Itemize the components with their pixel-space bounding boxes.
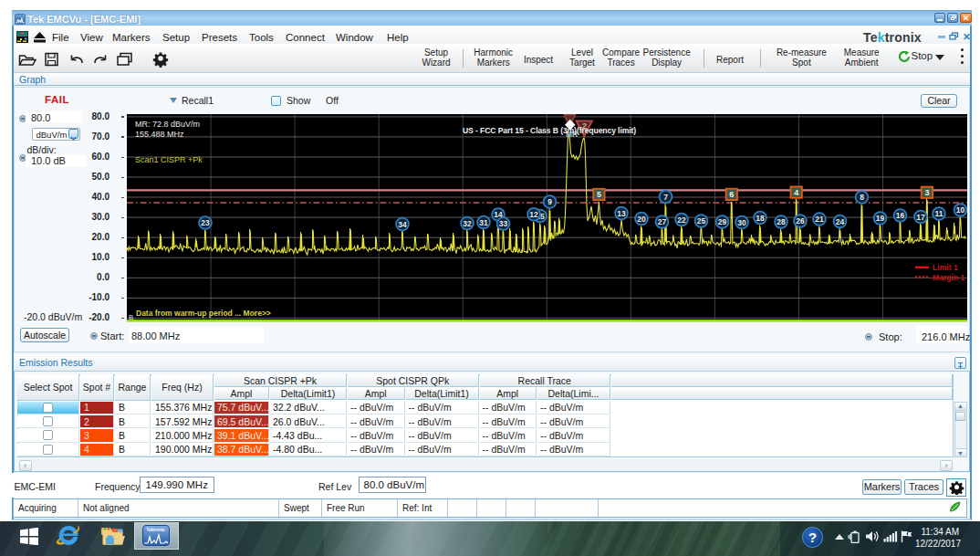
svg-text:6: 6 bbox=[729, 190, 734, 199]
svg-text:23: 23 bbox=[201, 218, 210, 227]
svg-text:11: 11 bbox=[935, 209, 944, 218]
svg-text:10: 10 bbox=[956, 205, 965, 215]
svg-text:22: 22 bbox=[677, 215, 686, 225]
svg-text:8: 8 bbox=[860, 193, 864, 202]
svg-text:Data from warm-up period ... M: Data from warm-up period ... More>> bbox=[136, 309, 271, 318]
svg-text:24: 24 bbox=[836, 217, 845, 226]
svg-text:30: 30 bbox=[737, 218, 746, 227]
svg-text:19: 19 bbox=[876, 214, 885, 223]
svg-text:17: 17 bbox=[916, 213, 925, 222]
svg-text:Margin 1: Margin 1 bbox=[933, 273, 965, 282]
svg-text:32: 32 bbox=[463, 219, 472, 228]
svg-text:27: 27 bbox=[658, 217, 667, 226]
svg-text:21: 21 bbox=[815, 215, 824, 224]
svg-text:5: 5 bbox=[597, 190, 601, 199]
svg-text:13: 13 bbox=[617, 209, 626, 218]
svg-text:Limit 1: Limit 1 bbox=[933, 263, 958, 272]
svg-text:18: 18 bbox=[756, 214, 765, 223]
svg-text:33: 33 bbox=[499, 219, 508, 228]
svg-text:Scan1 CISPR +Pk: Scan1 CISPR +Pk bbox=[135, 155, 203, 164]
svg-text:16: 16 bbox=[896, 211, 905, 220]
svg-text:28: 28 bbox=[777, 217, 786, 226]
svg-text:25: 25 bbox=[697, 216, 706, 226]
svg-text:31: 31 bbox=[479, 218, 488, 227]
svg-text:US - FCC Part 15 - Class B (3m: US - FCC Part 15 - Class B (3m)(frequenc… bbox=[463, 126, 636, 135]
svg-text:20: 20 bbox=[637, 215, 646, 224]
svg-text:29: 29 bbox=[718, 217, 727, 226]
svg-text:3: 3 bbox=[924, 188, 929, 197]
svg-text:155.488 MHz: 155.488 MHz bbox=[135, 130, 184, 139]
svg-text:4: 4 bbox=[794, 188, 798, 197]
svg-text:12: 12 bbox=[529, 210, 538, 219]
svg-text:B: B bbox=[129, 313, 133, 321]
svg-text:MR: 72.8 dBuV/m: MR: 72.8 dBuV/m bbox=[135, 120, 200, 129]
svg-text:7: 7 bbox=[663, 193, 668, 202]
svg-text:9: 9 bbox=[547, 197, 552, 206]
svg-text:34: 34 bbox=[398, 220, 407, 229]
svg-text:26: 26 bbox=[796, 216, 805, 226]
